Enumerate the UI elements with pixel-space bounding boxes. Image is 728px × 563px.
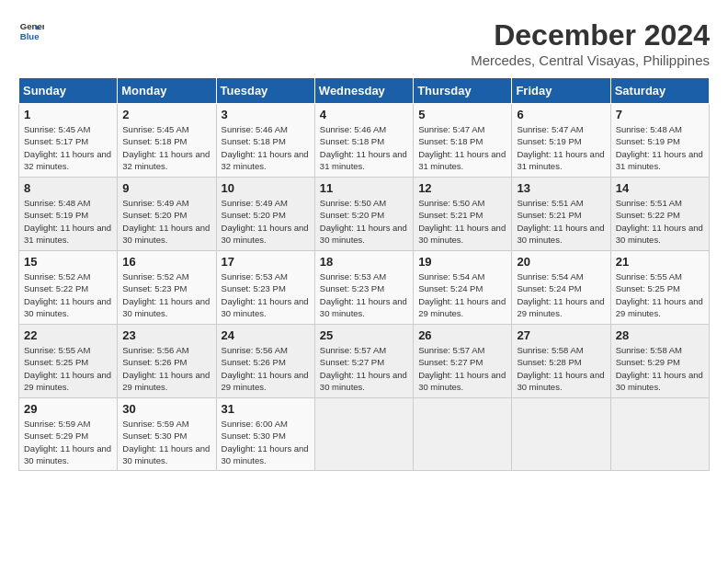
day-number: 23 [122,328,210,342]
day-number: 28 [616,328,704,342]
day-number: 6 [517,108,605,121]
day-info: Sunrise: 5:51 AMSunset: 5:22 PMDaylight:… [616,197,704,246]
weekday-header-sunday: Sunday [19,78,118,104]
day-info: Sunrise: 5:49 AMSunset: 5:20 PMDaylight:… [122,197,210,246]
calendar-cell [414,398,512,471]
day-number: 30 [122,402,210,416]
day-number: 16 [122,255,210,269]
calendar-week-4: 22Sunrise: 5:55 AMSunset: 5:25 PMDayligh… [19,325,710,398]
day-number: 24 [222,328,310,342]
calendar-cell: 2Sunrise: 5:45 AMSunset: 5:18 PMDaylight… [118,104,216,178]
day-number: 31 [222,402,310,416]
day-number: 18 [320,255,408,269]
day-number: 26 [418,328,506,342]
calendar-week-3: 15Sunrise: 5:52 AMSunset: 5:22 PMDayligh… [19,251,710,325]
day-number: 11 [320,181,408,195]
day-info: Sunrise: 5:56 AMSunset: 5:26 PMDaylight:… [122,344,210,393]
day-number: 1 [24,108,112,121]
day-number: 2 [122,108,210,121]
day-number: 13 [517,181,605,195]
calendar-cell: 15Sunrise: 5:52 AMSunset: 5:22 PMDayligh… [19,251,118,325]
location-subtitle: Mercedes, Central Visayas, Philippines [471,52,710,68]
day-info: Sunrise: 5:55 AMSunset: 5:25 PMDaylight:… [616,270,704,319]
day-number: 3 [222,108,310,121]
day-info: Sunrise: 5:50 AMSunset: 5:20 PMDaylight:… [320,197,408,246]
calendar-cell: 5Sunrise: 5:47 AMSunset: 5:18 PMDaylight… [414,104,512,178]
day-number: 22 [24,328,112,342]
weekday-header-wednesday: Wednesday [314,78,413,104]
day-info: Sunrise: 5:57 AMSunset: 5:27 PMDaylight:… [418,344,506,393]
weekday-header-friday: Friday [512,78,610,104]
day-number: 14 [616,181,704,195]
calendar-cell: 16Sunrise: 5:52 AMSunset: 5:23 PMDayligh… [118,251,216,325]
day-number: 15 [24,255,112,269]
day-number: 4 [320,108,408,121]
day-info: Sunrise: 5:53 AMSunset: 5:23 PMDaylight:… [222,270,310,319]
day-info: Sunrise: 5:52 AMSunset: 5:22 PMDaylight:… [24,270,112,319]
day-info: Sunrise: 5:46 AMSunset: 5:18 PMDaylight:… [320,123,408,172]
calendar-cell: 23Sunrise: 5:56 AMSunset: 5:26 PMDayligh… [118,325,216,398]
day-info: Sunrise: 5:52 AMSunset: 5:23 PMDaylight:… [122,270,210,319]
calendar-cell: 1Sunrise: 5:45 AMSunset: 5:17 PMDaylight… [19,104,118,178]
calendar-cell: 28Sunrise: 5:58 AMSunset: 5:29 PMDayligh… [610,325,709,398]
calendar-cell: 24Sunrise: 5:56 AMSunset: 5:26 PMDayligh… [216,325,314,398]
calendar-cell: 14Sunrise: 5:51 AMSunset: 5:22 PMDayligh… [610,178,709,251]
calendar-cell: 29Sunrise: 5:59 AMSunset: 5:29 PMDayligh… [19,398,118,471]
day-info: Sunrise: 5:58 AMSunset: 5:29 PMDaylight:… [616,344,704,393]
calendar-cell: 19Sunrise: 5:54 AMSunset: 5:24 PMDayligh… [414,251,512,325]
day-info: Sunrise: 5:46 AMSunset: 5:18 PMDaylight:… [222,123,310,172]
calendar-cell: 12Sunrise: 5:50 AMSunset: 5:21 PMDayligh… [414,178,512,251]
weekday-header-tuesday: Tuesday [216,78,314,104]
day-info: Sunrise: 5:56 AMSunset: 5:26 PMDaylight:… [222,344,310,393]
day-number: 5 [418,108,506,121]
calendar-cell [610,398,709,471]
calendar-cell: 4Sunrise: 5:46 AMSunset: 5:18 PMDaylight… [314,104,413,178]
weekday-header-monday: Monday [118,78,216,104]
svg-text:Blue: Blue [20,31,40,41]
day-info: Sunrise: 5:59 AMSunset: 5:30 PMDaylight:… [122,418,210,466]
calendar-cell: 21Sunrise: 5:55 AMSunset: 5:25 PMDayligh… [610,251,709,325]
day-info: Sunrise: 5:59 AMSunset: 5:29 PMDaylight:… [24,418,112,466]
day-info: Sunrise: 5:57 AMSunset: 5:27 PMDaylight:… [320,344,408,393]
day-number: 20 [517,255,605,269]
day-info: Sunrise: 6:00 AMSunset: 5:30 PMDaylight:… [222,418,310,466]
calendar-cell: 9Sunrise: 5:49 AMSunset: 5:20 PMDaylight… [118,178,216,251]
calendar-cell: 26Sunrise: 5:57 AMSunset: 5:27 PMDayligh… [414,325,512,398]
calendar-cell: 3Sunrise: 5:46 AMSunset: 5:18 PMDaylight… [216,104,314,178]
day-number: 9 [122,181,210,195]
day-info: Sunrise: 5:48 AMSunset: 5:19 PMDaylight:… [616,123,704,172]
calendar-cell: 10Sunrise: 5:49 AMSunset: 5:20 PMDayligh… [216,178,314,251]
calendar-week-1: 1Sunrise: 5:45 AMSunset: 5:17 PMDaylight… [19,104,710,178]
day-number: 27 [517,328,605,342]
page-header: General Blue December 2024 Mercedes, Cen… [18,18,710,68]
calendar-cell: 27Sunrise: 5:58 AMSunset: 5:28 PMDayligh… [512,325,610,398]
day-number: 17 [222,255,310,269]
calendar-cell: 6Sunrise: 5:47 AMSunset: 5:19 PMDaylight… [512,104,610,178]
day-info: Sunrise: 5:58 AMSunset: 5:28 PMDaylight:… [517,344,605,393]
title-area: December 2024 Mercedes, Central Visayas,… [471,18,710,68]
calendar-cell: 31Sunrise: 6:00 AMSunset: 5:30 PMDayligh… [216,398,314,471]
day-number: 12 [418,181,506,195]
day-info: Sunrise: 5:50 AMSunset: 5:21 PMDaylight:… [418,197,506,246]
calendar-cell: 22Sunrise: 5:55 AMSunset: 5:25 PMDayligh… [19,325,118,398]
calendar-cell: 8Sunrise: 5:48 AMSunset: 5:19 PMDaylight… [19,178,118,251]
weekday-header-saturday: Saturday [610,78,709,104]
calendar-week-2: 8Sunrise: 5:48 AMSunset: 5:19 PMDaylight… [19,178,710,251]
day-info: Sunrise: 5:55 AMSunset: 5:25 PMDaylight:… [24,344,112,393]
day-info: Sunrise: 5:54 AMSunset: 5:24 PMDaylight:… [517,270,605,319]
calendar-cell: 7Sunrise: 5:48 AMSunset: 5:19 PMDaylight… [610,104,709,178]
month-year-title: December 2024 [471,18,710,52]
day-info: Sunrise: 5:51 AMSunset: 5:21 PMDaylight:… [517,197,605,246]
day-info: Sunrise: 5:45 AMSunset: 5:18 PMDaylight:… [122,123,210,172]
day-info: Sunrise: 5:45 AMSunset: 5:17 PMDaylight:… [24,123,112,172]
day-number: 19 [418,255,506,269]
calendar-week-5: 29Sunrise: 5:59 AMSunset: 5:29 PMDayligh… [19,398,710,471]
day-info: Sunrise: 5:54 AMSunset: 5:24 PMDaylight:… [418,270,506,319]
day-number: 25 [320,328,408,342]
calendar-cell: 30Sunrise: 5:59 AMSunset: 5:30 PMDayligh… [118,398,216,471]
day-info: Sunrise: 5:47 AMSunset: 5:18 PMDaylight:… [418,123,506,172]
calendar-header-row: SundayMondayTuesdayWednesdayThursdayFrid… [19,78,710,104]
day-number: 7 [616,108,704,121]
calendar-cell [512,398,610,471]
svg-text:General: General [20,21,44,31]
